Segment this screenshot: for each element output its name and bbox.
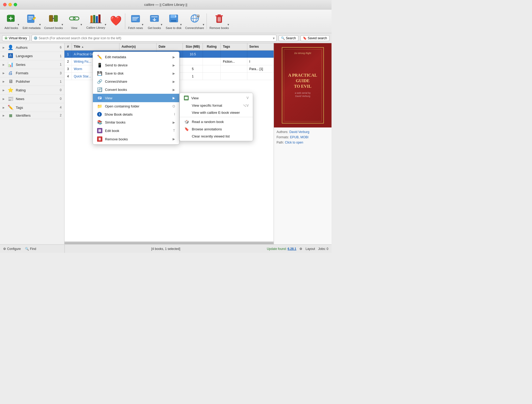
submenu-browse-annotations[interactable]: 🔖 Browse annotations <box>180 125 253 133</box>
path-detail-value: Click to open <box>285 141 303 144</box>
sidebar-item-tags[interactable]: ▶ ✏️ Tags 4 <box>0 103 64 112</box>
col-header-series[interactable]: Series <box>247 43 274 50</box>
sidebar-item-authors[interactable]: ▶ 👤 Authors 6 <box>0 43 64 52</box>
submenu-read-random[interactable]: 🎲 Read a random book <box>180 118 253 125</box>
ctx-remove-books[interactable]: Remove books ▶ <box>93 135 179 143</box>
ctx-show-book-details[interactable]: i Show Book details I <box>93 110 179 118</box>
submenu-annotations-icon: 🔖 <box>184 127 189 131</box>
col-header-size[interactable]: Size (MB) <box>183 43 203 50</box>
update-version-link[interactable]: 6.28.1 <box>288 247 296 251</box>
maximize-button[interactable] <box>14 3 17 6</box>
ctx-convert-books[interactable]: 🔄 Convert books ▶ <box>93 86 179 94</box>
ctx-convert-books-label: Convert books <box>105 88 170 92</box>
submenu-view[interactable]: View V <box>180 94 253 102</box>
get-books-label: Get books <box>148 26 161 29</box>
ctx-save-to-disk-label: Save to disk <box>105 71 170 75</box>
ctx-send-to-device-arrow: ▶ <box>173 63 175 67</box>
formats-detail-value: EPUB, MOBI <box>290 135 308 139</box>
ctx-save-to-disk-arrow: ▶ <box>173 72 175 75</box>
path-detail-label: Path: <box>277 141 284 144</box>
ctx-edit-book[interactable]: Edit book T <box>93 126 179 135</box>
ctx-similar-books[interactable]: 📚 Similar books ▶ <box>93 118 179 126</box>
formats-detail-label: Formats: <box>277 135 289 139</box>
path-link[interactable]: Click to open <box>285 141 303 144</box>
sidebar-item-news[interactable]: ▶ 📰 News 0 <box>0 95 64 103</box>
edit-metadata-button[interactable]: Edit metadata ▼ <box>21 11 42 32</box>
get-books-button[interactable]: Get books ▼ <box>145 11 164 32</box>
ctx-save-to-disk-icon: 💾 <box>97 71 102 76</box>
col-header-authors[interactable]: Author(s) <box>119 43 157 50</box>
saved-search-button[interactable]: 🔖 Saved search <box>300 35 329 41</box>
col-header-rating[interactable]: Rating <box>203 43 221 50</box>
scrollbar-thumb[interactable] <box>64 242 274 244</box>
col-header-tags[interactable]: Tags <box>221 43 247 50</box>
convert-books-button[interactable]: Convert books ▼ <box>43 11 64 32</box>
sidebar-item-formats[interactable]: ▶ 🖨 Formats 3 <box>0 69 64 77</box>
submenu-view-specific-label: View specific format <box>192 104 240 107</box>
donate-button[interactable]: ❤️ <box>108 11 124 32</box>
ctx-save-to-disk[interactable]: 💾 Save to disk ▶ <box>93 69 179 77</box>
edit-metadata-icon <box>26 13 37 25</box>
ctx-send-to-device-icon: 📱 <box>97 63 102 68</box>
find-button[interactable]: 🔍 Find <box>25 247 36 251</box>
search-input[interactable] <box>39 36 273 40</box>
minimize-button[interactable] <box>8 3 12 6</box>
format-mobi-link[interactable]: MOBI <box>300 135 309 139</box>
tags-expand-icon: ▶ <box>3 106 5 109</box>
cover-border-decoration <box>284 49 322 121</box>
sidebar-item-identifiers[interactable]: ▶ ▦ Identifiers 2 <box>0 112 64 119</box>
save-to-disk-dropdown-icon: ▼ <box>180 23 182 26</box>
submenu-view-label: View <box>191 96 244 100</box>
sidebar-item-rating[interactable]: ▶ ⭐ Rating 0 <box>0 86 64 95</box>
submenu-read-random-label: Read a random book <box>192 120 249 124</box>
sidebar-item-languages[interactable]: ▶ 🅰 Languages 1 <box>0 52 64 60</box>
search-gear-icon[interactable]: ⚙️ <box>33 36 38 40</box>
view-button[interactable]: View ▼ <box>65 11 83 32</box>
rating-count: 0 <box>60 88 62 92</box>
main-toolbar: Add books ▼ Edit metadata ▼ Convert book… <box>0 9 332 33</box>
ctx-send-to-device[interactable]: 📱 Send to device ▶ <box>93 61 179 69</box>
ctx-connect-share[interactable]: 🔗 Connect/share ▶ <box>93 77 179 86</box>
add-books-button[interactable]: Add books ▼ <box>2 11 21 32</box>
fetch-news-dropdown-icon: ▼ <box>141 23 144 26</box>
search-clear-icon[interactable]: ▾ <box>273 36 275 40</box>
tags-label: Tags <box>16 106 58 110</box>
ctx-remove-icon <box>97 136 102 142</box>
convert-books-dropdown-icon: ▼ <box>61 23 64 26</box>
col-header-title[interactable]: Title ▲ <box>72 43 119 50</box>
sidebar-item-series[interactable]: ▶ 📊 Series 1 <box>0 60 64 69</box>
connect-share-button[interactable]: Connect/share ▼ <box>184 11 206 32</box>
sidebar-item-publisher[interactable]: ▶ 🖥 Publisher 1 <box>0 77 64 86</box>
virtual-library-button[interactable]: 🏛 Virtual library <box>2 35 29 41</box>
ctx-edit-metadata[interactable]: ✏️ Edit metadata ▶ <box>93 53 179 61</box>
calibre-library-button[interactable]: Calibre Library ▼ <box>84 11 108 32</box>
save-to-disk-button[interactable]: Save to disk ▼ <box>164 11 183 32</box>
ctx-edit-book-label: Edit book <box>105 129 170 133</box>
submenu-clear-recently-viewed[interactable]: Clear recently viewed list <box>180 133 253 140</box>
col-header-date[interactable]: Date <box>157 43 183 50</box>
ctx-edit-metadata-arrow: ▶ <box>173 55 175 59</box>
svg-rect-9 <box>54 15 58 22</box>
configure-button[interactable]: ⚙ Configure <box>3 247 21 251</box>
row-3-size: 5 <box>183 65 203 72</box>
close-button[interactable] <box>3 3 7 6</box>
row-2-series: I <box>247 58 274 65</box>
fetch-news-button[interactable]: Fetch news ▼ <box>126 11 145 32</box>
bottom-toolbar: ⚙ Configure 🔍 Find <box>0 244 65 253</box>
format-epub-link[interactable]: EPUB <box>290 135 299 139</box>
publisher-expand-icon: ▶ <box>3 80 5 83</box>
formats-label: Formats <box>16 71 58 75</box>
authors-label: Authors <box>16 46 58 50</box>
row-3-rating <box>203 65 221 72</box>
author-link[interactable]: David Verburg <box>289 130 309 134</box>
connect-share-icon <box>189 13 200 25</box>
submenu-view-specific-format[interactable]: View specific format ⌥V <box>180 102 253 109</box>
col-header-num[interactable]: # <box>64 43 72 50</box>
horizontal-scrollbar[interactable] <box>64 241 274 244</box>
search-button[interactable]: 🔍 Search <box>279 35 298 41</box>
ctx-view[interactable]: View ▶ View V View specific format ⌥V Vi… <box>93 94 179 102</box>
ctx-open-containing-folder[interactable]: 📁 Open containing folder O <box>93 102 179 110</box>
submenu-view-calibre[interactable]: View with calibre E-book viewer <box>180 109 253 116</box>
news-label: News <box>16 97 58 101</box>
remove-books-button[interactable]: Remove books ▼ <box>208 11 230 32</box>
